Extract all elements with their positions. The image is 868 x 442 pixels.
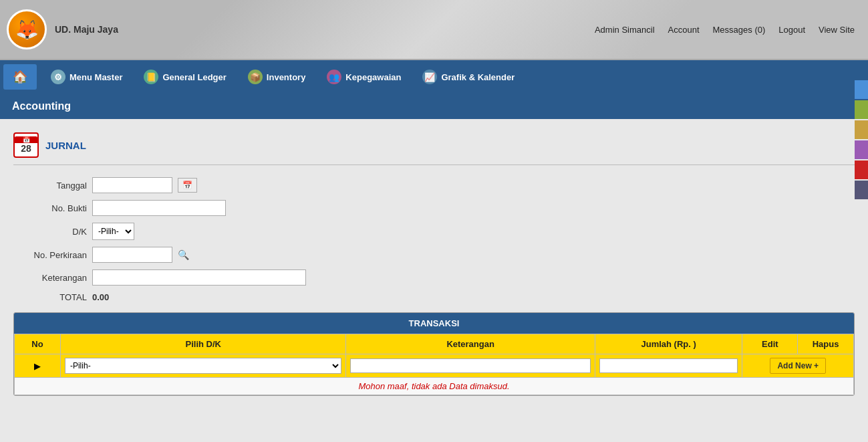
tanggal-row: Tanggal 📅 <box>13 177 855 193</box>
calendar-button[interactable]: 📅 <box>178 178 197 193</box>
general-ledger-label: General Ledger <box>162 72 226 82</box>
row-arrow: ▶ <box>15 354 61 378</box>
col-pilihdk: Pilih D/K <box>60 334 346 354</box>
kepegawaian-icon: 👥 <box>327 70 341 84</box>
logo-icon: 🦊 <box>7 9 47 49</box>
header-left: 🦊 UD. Maju Jaya <box>0 9 118 49</box>
color-swatch[interactable] <box>855 100 868 119</box>
tanggal-input[interactable] <box>92 177 172 193</box>
general-ledger-nav[interactable]: 📒 General Ledger <box>133 64 237 90</box>
table-row: ▶ -Pilih- Debet Kredit <box>15 354 854 378</box>
cal-top: 📅 <box>15 136 37 144</box>
error-row: Mohon maaf, tidak ada Data dimaksud. <box>15 378 854 395</box>
no-bukti-label: No. Bukti <box>13 203 87 213</box>
error-message-cell: Mohon maaf, tidak ada Data dimaksud. <box>15 378 854 395</box>
transaksi-header: TRANSAKSI <box>14 313 854 334</box>
color-swatch[interactable] <box>855 80 868 99</box>
row-pilihdk-cell: -Pilih- Debet Kredit <box>60 354 346 378</box>
dk-row: D/K -Pilih- Debet Kredit <box>13 223 855 240</box>
row-jumlah-input[interactable] <box>599 358 738 373</box>
color-panel <box>855 80 868 199</box>
row-keterangan-input[interactable] <box>350 358 590 373</box>
calendar-day: 28 <box>21 143 31 154</box>
header-right: Admin Simancil Account Messages (0) Logo… <box>595 25 868 35</box>
row-dk-select[interactable]: -Pilih- Debet Kredit <box>65 358 342 374</box>
calendar-icon: 📅 28 <box>13 132 39 158</box>
section-title: Accounting <box>0 94 868 119</box>
journal-header: 📅 28 JURNAL <box>13 132 855 165</box>
grafik-icon: 📈 <box>422 70 437 84</box>
messages-link[interactable]: Messages (0) <box>713 25 766 35</box>
company-name: UD. Maju Jaya <box>55 24 118 35</box>
error-message: Mohon maaf, tidak ada Data dimaksud. <box>358 381 509 391</box>
kepegawaian-nav[interactable]: 👥 Kepegawaian <box>316 64 412 90</box>
color-swatch[interactable] <box>855 140 868 159</box>
transaksi-table: No Pilih D/K Keterangan Jumlah (Rp. ) Ed… <box>14 334 854 395</box>
no-bukti-row: No. Bukti <box>13 200 855 216</box>
keterangan-label: Keterangan <box>13 273 87 283</box>
header: 🦊 UD. Maju Jaya Admin Simancil Account M… <box>0 0 868 60</box>
menu-master-nav[interactable]: ⚙ Menu Master <box>40 64 133 90</box>
col-no: No <box>15 334 61 354</box>
dk-select[interactable]: -Pilih- Debet Kredit <box>92 223 134 240</box>
no-perkiraan-row: No. Perkiraan 🔍 <box>13 247 855 263</box>
no-bukti-input[interactable] <box>92 200 226 216</box>
transaksi-section: TRANSAKSI No Pilih D/K Keterangan Jumlah… <box>13 312 855 396</box>
total-row: TOTAL 0.00 <box>13 292 855 302</box>
row-jumlah-cell <box>595 354 742 378</box>
color-swatch[interactable] <box>855 160 868 179</box>
col-hapus: Hapus <box>798 334 854 354</box>
row-addnew-cell: Add New + <box>742 354 854 378</box>
total-value: 0.00 <box>92 292 109 302</box>
transaksi-table-header-row: No Pilih D/K Keterangan Jumlah (Rp. ) Ed… <box>15 334 854 354</box>
color-swatch[interactable] <box>855 181 868 199</box>
gear-icon: ⚙ <box>51 70 65 84</box>
view-site-link[interactable]: View Site <box>819 25 855 35</box>
grafik-nav[interactable]: 📈 Grafik & Kalender <box>412 64 525 90</box>
dk-label: D/K <box>13 227 87 237</box>
journal-title: JURNAL <box>45 140 86 151</box>
no-perkiraan-input[interactable] <box>92 247 172 263</box>
tanggal-label: Tanggal <box>13 181 87 191</box>
no-perkiraan-label: No. Perkiraan <box>13 250 87 260</box>
keterangan-input[interactable] <box>92 269 306 286</box>
inventory-icon: 📦 <box>248 70 263 84</box>
add-new-button[interactable]: Add New + <box>770 358 826 374</box>
color-swatch[interactable] <box>855 120 868 139</box>
col-keterangan: Keterangan <box>346 334 595 354</box>
col-edit: Edit <box>742 334 798 354</box>
kepegawaian-label: Kepegawaian <box>345 72 401 82</box>
grafik-label: Grafik & Kalender <box>441 72 515 82</box>
navbar: 🏠 ⚙ Menu Master 📒 General Ledger 📦 Inven… <box>0 60 868 94</box>
keterangan-row: Keterangan <box>13 269 855 286</box>
row-keterangan-cell <box>346 354 595 378</box>
content-area: 📅 28 JURNAL Tanggal 📅 No. Bukti D/K -Pil… <box>0 119 868 442</box>
col-jumlah: Jumlah (Rp. ) <box>595 334 742 354</box>
search-button[interactable]: 🔍 <box>178 249 189 260</box>
ledger-icon: 📒 <box>144 70 158 84</box>
inventory-nav[interactable]: 📦 Inventory <box>237 64 317 90</box>
logout-link[interactable]: Logout <box>778 25 805 35</box>
menu-master-label: Menu Master <box>69 72 122 82</box>
admin-label: Admin Simancil <box>595 25 655 35</box>
total-label: TOTAL <box>13 292 87 302</box>
inventory-label: Inventory <box>267 72 306 82</box>
home-button[interactable]: 🏠 <box>3 64 37 90</box>
account-link[interactable]: Account <box>668 25 700 35</box>
